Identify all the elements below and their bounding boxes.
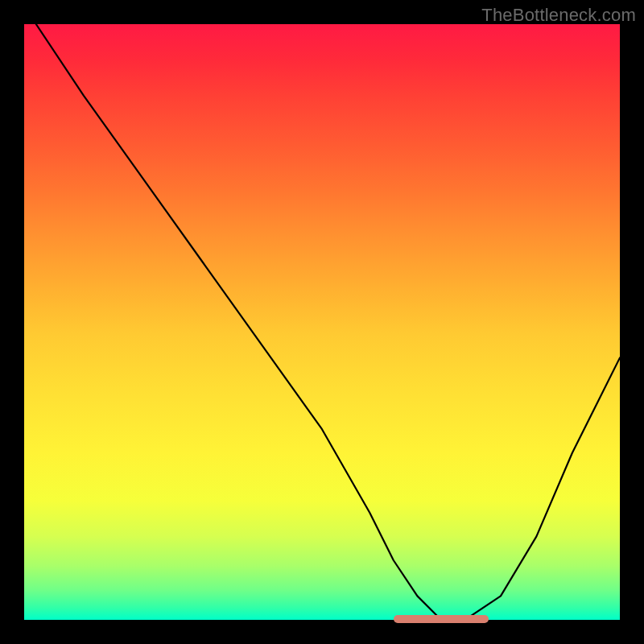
plot-area bbox=[24, 24, 620, 620]
chart-container: TheBottleneck.com bbox=[0, 0, 644, 644]
optimal-region-marker bbox=[394, 615, 489, 623]
curve-path bbox=[36, 24, 620, 620]
watermark-text: TheBottleneck.com bbox=[481, 5, 636, 26]
bottleneck-curve bbox=[24, 24, 620, 620]
